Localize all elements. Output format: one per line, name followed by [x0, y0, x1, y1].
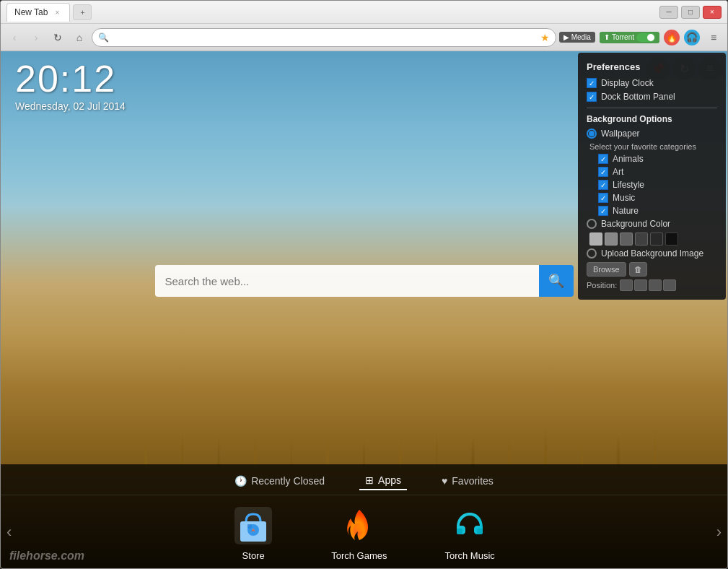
- apps-grid: Store: [1, 495, 727, 568]
- store-app-name: Store: [242, 550, 265, 561]
- dock-panel-item[interactable]: ✓ Dock Bottom Panel: [587, 92, 717, 102]
- address-input[interactable]: [112, 32, 538, 43]
- position-btn-3[interactable]: [649, 279, 662, 291]
- preferences-title: Preferences: [587, 61, 717, 72]
- position-btn-2[interactable]: [634, 279, 647, 291]
- search-icon-small: 🔍: [98, 32, 109, 43]
- apps-grid-icon: ⊞: [365, 474, 374, 486]
- recently-closed-label: Recently Closed: [251, 475, 325, 487]
- position-btn-1[interactable]: [620, 279, 633, 291]
- svg-rect-6: [477, 529, 483, 534]
- nav-extras: ▶ Media ⬆ Torrent 🔥 🎧 ≡: [559, 30, 723, 45]
- clock-time: 20:12: [15, 60, 126, 97]
- swatch-gray[interactable]: [605, 233, 618, 246]
- store-icon-svg: [234, 507, 272, 544]
- swatch-light-gray[interactable]: [589, 233, 602, 246]
- browser-menu-button[interactable]: ≡: [704, 30, 723, 45]
- torch-music-app-name: Torch Music: [444, 550, 494, 561]
- display-clock-checkbox[interactable]: ✓: [587, 78, 597, 88]
- svg-rect-5: [457, 529, 462, 534]
- nav-bar: ‹ › ↻ ⌂ 🔍 ★ ▶ Media ⬆ Torrent 🔥 🎧: [1, 24, 727, 51]
- watermark-text: filehorse.com: [9, 550, 84, 562]
- torch-icon-button[interactable]: 🔥: [664, 30, 680, 45]
- torrent-toggle[interactable]: [636, 33, 655, 42]
- apps-row-container: ‹: [1, 495, 727, 568]
- trash-icon: 🗑: [634, 265, 642, 274]
- dock-panel-checkbox[interactable]: ✓: [587, 92, 597, 102]
- home-button[interactable]: ⌂: [70, 28, 89, 47]
- back-button[interactable]: ‹: [5, 28, 24, 47]
- store-app[interactable]: Store: [233, 505, 273, 561]
- category-animals[interactable]: ✓ Animals: [598, 154, 717, 164]
- search-button[interactable]: 🔍: [539, 265, 574, 297]
- minimize-button[interactable]: ─: [659, 6, 678, 19]
- music-checkbox[interactable]: ✓: [598, 193, 608, 203]
- category-nature[interactable]: ✓ Nature: [598, 206, 717, 216]
- recently-closed-tab[interactable]: 🕐 Recently Closed: [229, 472, 330, 490]
- svg-point-4: [356, 525, 363, 532]
- store-icon: [233, 505, 273, 546]
- art-label: Art: [613, 167, 623, 177]
- upload-bg-label: Upload Background Image: [601, 248, 703, 259]
- apps-prev-button[interactable]: ‹: [6, 523, 12, 542]
- position-btn-4[interactable]: [663, 279, 676, 291]
- upload-row: Browse 🗑: [587, 262, 717, 277]
- close-button[interactable]: ×: [703, 6, 722, 19]
- tab-close-button[interactable]: ×: [52, 7, 62, 17]
- headphones-button[interactable]: 🎧: [684, 30, 700, 45]
- nature-checkbox[interactable]: ✓: [598, 206, 608, 216]
- browser-tab[interactable]: New Tab ×: [6, 3, 70, 22]
- wallpaper-label: Wallpaper: [601, 129, 640, 139]
- title-bar: New Tab × + ─ □ ×: [1, 1, 727, 24]
- display-clock-item[interactable]: ✓ Display Clock: [587, 78, 717, 88]
- category-music[interactable]: ✓ Music: [598, 193, 717, 203]
- torrent-button[interactable]: ⬆ Torrent: [600, 32, 659, 43]
- torrent-icon: ⬆: [604, 33, 610, 41]
- category-lifestyle[interactable]: ✓ Lifestyle: [598, 180, 717, 190]
- bottom-tabs: 🕐 Recently Closed ⊞ Apps ♥ Favorites: [1, 464, 727, 495]
- address-bar: 🔍 ★: [92, 28, 556, 47]
- animals-checkbox[interactable]: ✓: [598, 154, 608, 164]
- bottom-panel: 🕐 Recently Closed ⊞ Apps ♥ Favorites ‹: [1, 464, 727, 568]
- wallpaper-item[interactable]: Wallpaper: [587, 129, 717, 139]
- apps-label: Apps: [378, 474, 401, 486]
- search-input[interactable]: [165, 275, 529, 287]
- torch-music-app[interactable]: Torch Music: [444, 505, 494, 561]
- search-input-wrapper: [155, 265, 539, 297]
- delete-button[interactable]: 🗑: [629, 262, 647, 277]
- category-art[interactable]: ✓ Art: [598, 167, 717, 177]
- music-label: Music: [613, 193, 635, 203]
- art-checkbox[interactable]: ✓: [598, 167, 608, 177]
- refresh-button[interactable]: ↻: [48, 28, 67, 47]
- new-tab-button[interactable]: +: [73, 4, 92, 20]
- preferences-panel: Preferences ✓ Display Clock ✓ Dock Botto…: [578, 53, 726, 300]
- favorites-label: Favorites: [452, 475, 494, 487]
- swatch-near-black[interactable]: [665, 233, 678, 246]
- search-icon: 🔍: [548, 273, 564, 289]
- torch-games-icon-svg: [341, 507, 378, 544]
- upload-bg-item[interactable]: Upload Background Image: [587, 248, 717, 259]
- position-buttons: [620, 279, 676, 291]
- torch-music-icon: [449, 505, 490, 546]
- browse-button[interactable]: Browse: [587, 262, 626, 277]
- apps-next-button[interactable]: ›: [716, 523, 722, 542]
- upload-bg-radio[interactable]: [587, 248, 597, 259]
- search-container: 🔍: [155, 265, 574, 297]
- wallpaper-radio[interactable]: [587, 129, 597, 139]
- color-swatches: [589, 233, 717, 246]
- bg-color-radio[interactable]: [587, 219, 597, 229]
- lifestyle-checkbox[interactable]: ✓: [598, 180, 608, 190]
- torch-games-app[interactable]: Torch Games: [331, 505, 387, 561]
- bg-color-item[interactable]: Background Color: [587, 219, 717, 229]
- bookmark-icon[interactable]: ★: [540, 32, 550, 43]
- maximize-button[interactable]: □: [681, 6, 700, 19]
- browser-window: New Tab × + ─ □ × ‹ › ↻ ⌂ 🔍 ★ ▶ Media ⬆ …: [0, 0, 728, 569]
- swatch-darker-gray[interactable]: [650, 233, 663, 246]
- swatch-medium-gray[interactable]: [620, 233, 633, 246]
- media-button[interactable]: ▶ Media: [559, 32, 595, 43]
- favorites-tab[interactable]: ♥ Favorites: [436, 472, 499, 490]
- window-controls: ─ □ ×: [659, 6, 722, 19]
- swatch-dark-gray[interactable]: [635, 233, 648, 246]
- apps-tab[interactable]: ⊞ Apps: [359, 472, 407, 490]
- forward-button[interactable]: ›: [27, 28, 45, 47]
